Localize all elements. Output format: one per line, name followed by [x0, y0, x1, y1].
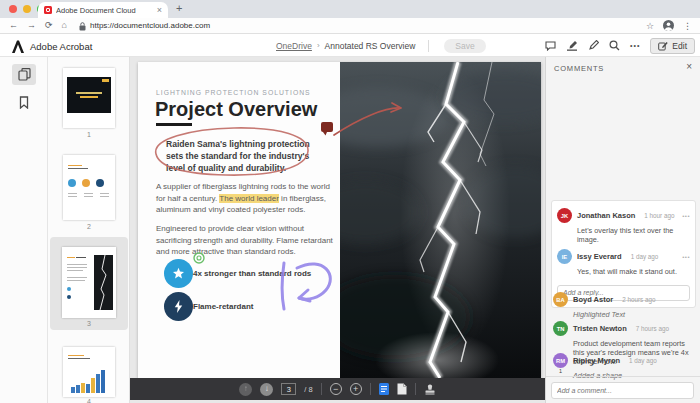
avatar: TN	[553, 321, 568, 336]
thumb1-number: 1	[48, 131, 130, 138]
previous-page-button[interactable]: ↑	[239, 383, 252, 396]
new-tab-button[interactable]: +	[176, 2, 182, 14]
doc-lead-text: Raiden Sama's lightning protection sets …	[166, 138, 312, 174]
divider	[370, 383, 371, 395]
add-comment-input[interactable]	[551, 382, 694, 399]
browser-tab[interactable]: Adobe Document Cloud ×	[38, 2, 168, 18]
next-page-button[interactable]: ↓	[260, 383, 273, 396]
bookmark-star-icon[interactable]: ☆	[646, 21, 654, 31]
thumb4-number: 4	[48, 398, 130, 403]
forward-icon[interactable]: →	[27, 21, 36, 30]
comments-panel: COMMENTS × JK Jonathan Kason 1 hour ago …	[545, 57, 700, 403]
highlighted-text[interactable]: The world leader	[219, 194, 279, 203]
annotation-marker-icon[interactable]	[193, 250, 205, 268]
viewer-toolbar: ↑ ↓ / 8 − +	[130, 378, 545, 400]
page-thumbnail-3[interactable]	[62, 247, 116, 318]
thumb4-bar-chart	[67, 365, 111, 393]
comment-author: Boyd Astor	[573, 295, 613, 304]
profile-icon[interactable]	[663, 17, 674, 35]
star-icon	[172, 267, 185, 280]
fit-page-icon	[397, 383, 407, 395]
pen-icon[interactable]	[588, 40, 599, 51]
comment-author: Jonathan Kason	[577, 211, 635, 220]
comment-time: 1 day ago	[631, 253, 659, 260]
back-icon[interactable]: ←	[9, 21, 18, 30]
page-view-button[interactable]	[379, 383, 389, 395]
comment-pin	[321, 122, 333, 136]
page-thumbnail-4[interactable]	[63, 347, 115, 397]
thumb3-number: 3	[48, 320, 130, 327]
bookmark-icon	[19, 96, 29, 109]
page-number-input[interactable]	[281, 383, 296, 395]
lightning-photo	[340, 62, 541, 378]
browser-url-bar: ← → ⟳ ⌂ https://documentcloud.adobe.com …	[0, 18, 700, 34]
save-button[interactable]: Save	[444, 39, 485, 53]
bolt-icon	[174, 300, 183, 313]
comment-icon[interactable]	[545, 41, 556, 51]
breadcrumb-current: Annotated RS Overview	[325, 41, 416, 51]
lock-icon	[79, 17, 86, 35]
divider	[321, 383, 322, 395]
comment-options-icon[interactable]: •••	[682, 254, 690, 260]
tab-title: Adobe Document Cloud	[56, 6, 153, 15]
home-icon[interactable]: ⌂	[62, 21, 67, 30]
pdf-favicon	[44, 6, 52, 14]
thumb1-slide	[67, 77, 111, 113]
page-thumbnails-icon	[18, 68, 31, 81]
divider	[415, 383, 416, 395]
avatar: IE	[557, 249, 572, 264]
comment-text: Let's overlay this text over the image.	[577, 226, 690, 244]
app-name: Adobe Acrobat	[30, 41, 92, 52]
print-button[interactable]	[424, 384, 436, 395]
comment-footer	[546, 376, 700, 403]
browser-window: Adobe Document Cloud × + ← → ⟳ ⌂ https:/…	[0, 0, 700, 403]
print-icon	[424, 384, 436, 395]
browser-tab-strip: Adobe Document Cloud × +	[0, 0, 700, 18]
zoom-in-button[interactable]: +	[350, 383, 362, 395]
comment-time: 1 day ago	[629, 357, 657, 364]
url-text[interactable]: https://documentcloud.adobe.com	[90, 21, 210, 30]
browser-menu-icon[interactable]: ⋮	[683, 21, 692, 31]
page-thumbnail-1[interactable]	[63, 68, 115, 128]
page-thumbnail-2[interactable]	[63, 155, 115, 220]
zoom-out-button[interactable]: −	[330, 383, 342, 395]
bookmarks-panel-button[interactable]	[12, 92, 36, 113]
comment-options-icon[interactable]: •••	[682, 213, 690, 219]
divider	[428, 40, 429, 52]
minimize-window-icon[interactable]	[23, 5, 31, 13]
document-viewer: LIGHTNING PROTECTION SOLUTIONS Project O…	[130, 57, 545, 403]
comment-time: 7 hours ago	[636, 325, 669, 332]
highlighter-icon[interactable]	[566, 40, 578, 51]
star-badge	[164, 259, 193, 288]
thumb1-badge	[102, 79, 109, 82]
search-icon[interactable]	[609, 40, 620, 51]
title-rule	[156, 123, 192, 126]
acrobat-logo	[11, 39, 25, 57]
single-page-icon	[379, 383, 389, 395]
refresh-icon[interactable]: ⟳	[45, 21, 53, 30]
doc-paragraph-1: A supplier of fiberglass lightning rods …	[156, 181, 338, 216]
fit-page-button[interactable]	[397, 383, 407, 395]
page-total: / 8	[304, 385, 312, 394]
edit-label: Edit	[672, 41, 687, 51]
breadcrumb-parent-link[interactable]: OneDrive	[276, 41, 312, 51]
tab-close-icon[interactable]: ×	[157, 6, 162, 15]
breadcrumb: OneDrive › Annotated RS Overview Save	[276, 34, 486, 57]
comment-author: Tristen Newton	[573, 324, 627, 333]
pdf-page: LIGHTNING PROTECTION SOLUTIONS Project O…	[138, 62, 541, 378]
thumbnails-panel-button[interactable]	[12, 64, 36, 85]
breadcrumb-separator: ›	[317, 41, 320, 50]
edit-icon	[658, 41, 668, 51]
close-comments-icon[interactable]: ×	[686, 62, 692, 72]
feature-label-2: Flame-retardant	[193, 302, 253, 311]
doc-title: Project Overview	[155, 98, 317, 121]
avatar: JK	[557, 208, 572, 223]
edit-button[interactable]: Edit	[650, 38, 695, 54]
comment-time: 2 hours ago	[622, 296, 655, 303]
comment-text: Yes, that will make it stand out.	[577, 267, 690, 276]
doc-paragraph-2: Engineered to provide clear vision witho…	[156, 223, 338, 258]
more-options-icon[interactable]: •••	[630, 42, 640, 49]
left-rail	[0, 57, 48, 403]
comments-title: COMMENTS	[554, 64, 604, 73]
close-window-icon[interactable]	[9, 5, 17, 13]
